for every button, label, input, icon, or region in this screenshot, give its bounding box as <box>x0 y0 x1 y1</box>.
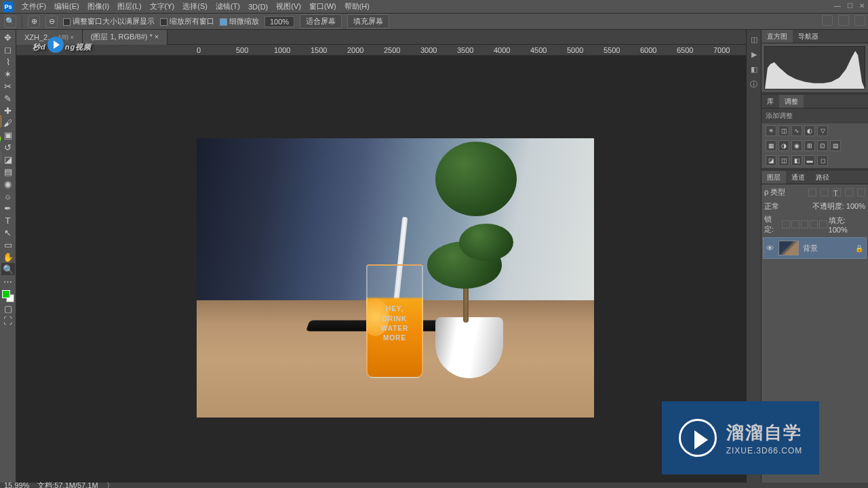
scrubby-zoom-checkbox[interactable]: 细微缩放 <box>220 16 259 26</box>
menu-view[interactable]: 视图(V) <box>272 1 305 12</box>
play-icon <box>47 37 64 53</box>
visibility-icon[interactable]: 👁 <box>766 244 774 252</box>
zoom-level-field[interactable]: 100% <box>264 16 294 27</box>
adj-poster-icon[interactable]: ◫ <box>778 155 789 166</box>
move-tool[interactable]: ✥ <box>1 31 15 43</box>
zoom-in-icon[interactable]: ⊕ <box>28 16 40 28</box>
adj-levels-icon[interactable]: ◫ <box>778 125 789 136</box>
adj-vibrance-icon[interactable]: ▽ <box>817 125 828 136</box>
marquee-tool[interactable]: ◻ <box>1 43 15 56</box>
tab-libraries[interactable]: 库 <box>762 95 779 108</box>
document-tabs: XZH_2...1/8) × (图层 1, RGB/8#) * × <box>16 30 746 45</box>
zoom-tool-icon[interactable]: 🔍 <box>4 16 16 28</box>
menu-select[interactable]: 选择(S) <box>178 1 212 12</box>
lock-artboard-icon[interactable] <box>810 220 818 228</box>
lasso-tool[interactable]: ⌇ <box>1 56 15 68</box>
path-tool[interactable]: ↖ <box>1 226 15 239</box>
menu-file[interactable]: 文件(F) <box>18 1 50 12</box>
zoom-tool[interactable]: 🔍 <box>1 263 15 275</box>
eyedropper-tool[interactable]: ✎ <box>1 92 15 104</box>
adj-invert-icon[interactable]: ◪ <box>766 155 776 166</box>
color-wheel-icon[interactable] <box>0 133 1 145</box>
lock-icon: 🔒 <box>855 245 863 252</box>
zoom-all-checkbox[interactable]: 缩放所有窗口 <box>160 16 214 26</box>
adj-more-icon[interactable]: ▤ <box>830 140 841 151</box>
search-icon[interactable] <box>822 15 833 26</box>
crop-tool[interactable]: ✂ <box>1 80 15 92</box>
adj-curves-icon[interactable]: ∿ <box>791 125 802 136</box>
tab-channels[interactable]: 通道 <box>786 171 810 184</box>
screen-mode-tool[interactable]: ⛶ <box>1 314 15 327</box>
layer-name-label: 背景 <box>803 243 818 253</box>
dock-icon-3[interactable]: ◧ <box>749 64 760 75</box>
dock-icon-4[interactable]: ⓘ <box>749 79 760 89</box>
filter-smart-icon[interactable] <box>857 188 865 197</box>
status-zoom[interactable]: 15.99% <box>4 481 29 488</box>
quick-mask-tool[interactable]: ▢ <box>1 302 15 314</box>
lock-transparent-icon[interactable] <box>782 220 790 228</box>
quick-select-tool[interactable]: ✶ <box>1 68 15 80</box>
mask-icon[interactable] <box>0 150 1 163</box>
share-icon[interactable] <box>854 15 865 26</box>
menu-filter[interactable]: 滤镜(T) <box>212 1 244 12</box>
opacity-field[interactable]: 100% <box>846 202 865 210</box>
tab-layers[interactable]: 图层 <box>762 171 786 184</box>
maximize-button[interactable]: ☐ <box>844 0 856 11</box>
menu-3d[interactable]: 3D(D) <box>244 3 272 11</box>
menu-help[interactable]: 帮助(H) <box>340 1 374 12</box>
filter-adj-icon[interactable] <box>821 188 829 197</box>
resize-window-checkbox[interactable]: 调整窗口大小以满屏显示 <box>63 16 155 26</box>
tab-paths[interactable]: 路径 <box>810 171 835 184</box>
type-tool[interactable]: T <box>1 214 15 226</box>
adj-channel-mixer-icon[interactable]: ⊞ <box>804 140 815 151</box>
menu-image[interactable]: 图像(I) <box>83 1 113 12</box>
fill-screen-button[interactable]: 填充屏幕 <box>347 14 389 28</box>
filter-shape-icon[interactable] <box>845 188 853 197</box>
tab-adjustments[interactable]: 调整 <box>779 95 804 108</box>
document-tab-2[interactable]: (图层 1, RGB/8#) * × <box>83 30 168 45</box>
close-button[interactable]: ✕ <box>856 0 868 11</box>
pen-tool[interactable]: ✒ <box>1 202 15 214</box>
adj-gradient-map-icon[interactable]: ▬ <box>804 155 815 166</box>
gradient-tool[interactable]: ▤ <box>1 165 15 178</box>
layer-filter-kind[interactable]: ρ 类型 <box>764 187 785 197</box>
adj-bw-icon[interactable]: ◑ <box>778 140 789 151</box>
canvas-viewport[interactable]: HEY, DRINK WATER MORE <box>16 56 746 483</box>
zoom-out-icon[interactable]: ⊖ <box>45 16 58 28</box>
layer-thumbnail[interactable] <box>778 241 799 256</box>
shape-tool[interactable]: ▭ <box>1 239 15 251</box>
blend-mode-select[interactable]: 正常 <box>764 201 779 211</box>
reject-icon[interactable]: ✕ <box>0 115 1 127</box>
menu-edit[interactable]: 编辑(E) <box>50 1 83 12</box>
lock-all-icon[interactable] <box>819 220 827 228</box>
color-swatch[interactable] <box>2 290 14 302</box>
adj-threshold-icon[interactable]: ◧ <box>791 155 802 166</box>
minimize-button[interactable]: — <box>831 0 844 11</box>
workspace-icon[interactable] <box>838 15 849 26</box>
filter-type-icon[interactable]: T <box>833 188 841 197</box>
status-doc-size[interactable]: 文档:57.1M/57.1M <box>37 481 98 489</box>
blur-tool[interactable]: ◉ <box>1 178 15 190</box>
tab-histogram[interactable]: 直方图 <box>762 30 793 43</box>
filter-pixel-icon[interactable] <box>808 188 816 197</box>
menu-window[interactable]: 窗口(W) <box>305 1 340 12</box>
adj-hue-icon[interactable]: ▦ <box>766 140 776 151</box>
adj-brightness-icon[interactable]: ☀ <box>766 125 776 136</box>
menu-layer[interactable]: 图层(L) <box>113 1 145 12</box>
layer-background[interactable]: 👁 背景 🔒 <box>763 237 867 259</box>
menu-type[interactable]: 文字(Y) <box>146 1 179 12</box>
adj-lut-icon[interactable]: ⊡ <box>817 140 828 151</box>
adj-photo-filter-icon[interactable]: ◉ <box>791 140 802 151</box>
edit-toolbar[interactable]: ⋯ <box>1 275 15 287</box>
fill-field[interactable]: 100% <box>829 226 848 234</box>
hand-tool[interactable]: ✋ <box>1 251 15 263</box>
fit-screen-button[interactable]: 适合屏幕 <box>300 14 342 28</box>
dock-icon-2[interactable]: ▶ <box>749 49 760 60</box>
dodge-tool[interactable]: ☼ <box>1 190 15 202</box>
adj-exposure-icon[interactable]: ◐ <box>804 125 815 136</box>
tab-navigator[interactable]: 导航器 <box>793 30 824 43</box>
adj-selective-icon[interactable]: ◻ <box>817 155 828 166</box>
lock-position-icon[interactable] <box>801 220 809 228</box>
lock-pixels-icon[interactable] <box>791 220 800 228</box>
dock-icon-1[interactable]: ◫ <box>749 34 760 45</box>
